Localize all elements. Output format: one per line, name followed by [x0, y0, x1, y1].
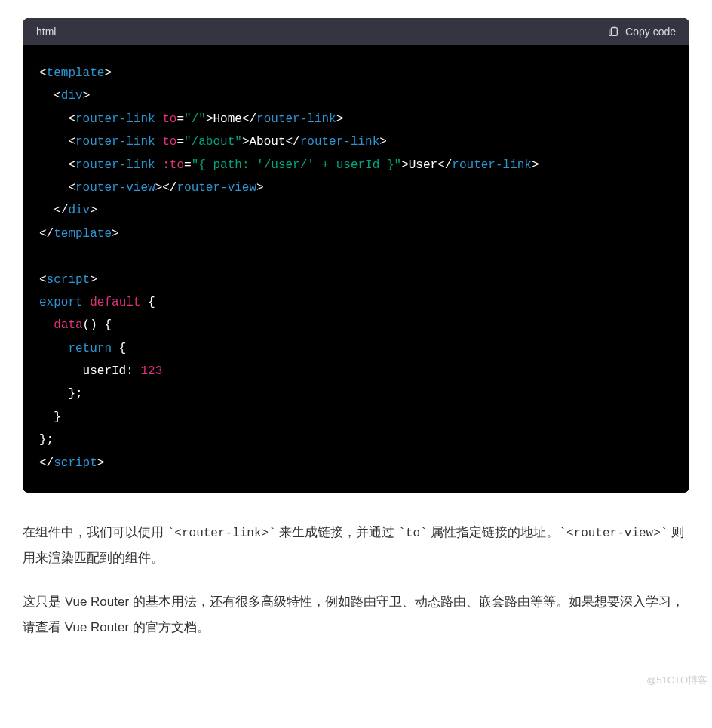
copy-code-button[interactable]: Copy code	[607, 26, 676, 38]
clipboard-icon	[607, 26, 619, 38]
code-language-label: html	[36, 26, 56, 38]
watermark: @51CTO博客	[0, 674, 712, 692]
prose-section: 在组件中，我们可以使用 `<router-link>` 来生成链接，并通过 `t…	[23, 520, 689, 640]
inline-code: `to`	[398, 527, 427, 540]
page-container: html Copy code <template> <div> <router-…	[0, 0, 712, 681]
code-content: <template> <div> <router-link to="/">Hom…	[23, 45, 689, 493]
copy-code-label: Copy code	[625, 26, 676, 38]
code-block: html Copy code <template> <div> <router-…	[23, 18, 689, 493]
inline-code: `<router-link>`	[167, 527, 276, 540]
paragraph-2: 这只是 Vue Router 的基本用法，还有很多高级特性，例如路由守卫、动态路…	[23, 589, 689, 640]
svg-rect-0	[611, 28, 617, 36]
inline-code: `<router-view>`	[559, 527, 668, 540]
code-block-header: html Copy code	[23, 18, 689, 45]
paragraph-1: 在组件中，我们可以使用 `<router-link>` 来生成链接，并通过 `t…	[23, 520, 689, 571]
